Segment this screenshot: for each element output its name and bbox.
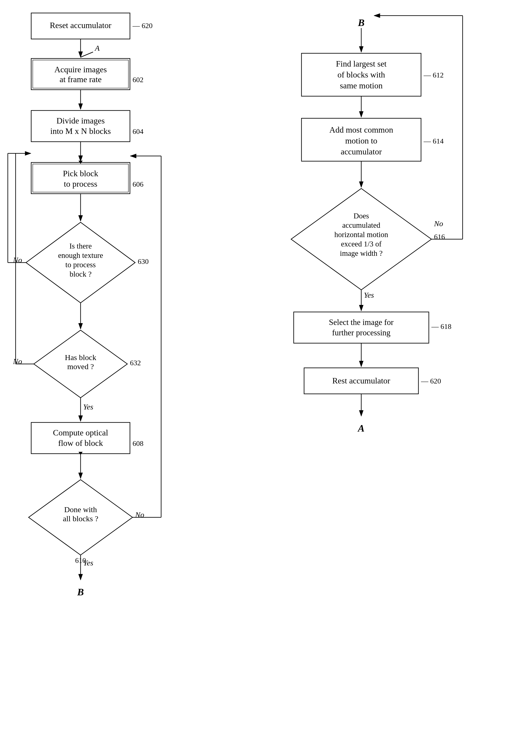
svg-rect-11 [33,164,128,192]
optical-label-2: flow of block [58,438,103,448]
reset-acc-label: Reset accumulator [50,20,112,30]
svg-rect-33 [302,118,421,161]
exceed-label-3: horizontal motion [334,230,388,239]
rest-acc-ref: — 620 [421,377,441,385]
select-image-ref: — 618 [431,322,451,331]
pick-block-ref: 606 [133,180,144,188]
exceed-label-1: Does [354,212,369,220]
svg-rect-2 [31,13,130,39]
add-common-ref: — 614 [423,137,444,145]
texture-label-2: enough texture [58,251,103,259]
divide-label-1: Divide images [56,116,105,125]
divide-ref: 604 [133,127,144,135]
moved-no-label: No [13,357,22,365]
svg-rect-31 [302,53,421,96]
find-largest-label-2: of blocks with [337,70,385,79]
svg-rect-39 [304,368,418,394]
svg-marker-13 [26,222,135,303]
moved-label-1: Has block [65,353,96,362]
acquire-ref: 602 [133,76,144,84]
exceed-label-4: exceed 1/3 of [341,240,382,248]
a-label-left-top: A [94,44,100,52]
done-yes-label: Yes [83,558,93,567]
b-label-bottom-left: B [77,586,84,597]
svg-marker-15 [34,330,127,398]
select-image-label-2: further processing [332,328,391,337]
select-image-label-1: Select the image for [329,318,394,327]
done-label-2: all blocks ? [63,514,98,523]
add-common-label-2: motion to [345,136,377,145]
acquire-label-1: Acquire images [54,65,107,74]
svg-line-4 [81,52,93,57]
rest-acc-label: Rest accumulator [332,376,390,385]
svg-rect-37 [294,312,429,343]
svg-rect-8 [31,111,130,142]
optical-label-1: Compute optical [53,428,108,437]
pick-block-label-1: Pick block [63,169,98,178]
texture-label-4: block ? [70,270,92,278]
done-label-1: Done with [64,505,97,514]
texture-label-1: Is there [69,242,92,250]
exceed-label-2: accumulated [342,221,381,229]
exceed-no-label: No [434,219,443,228]
svg-marker-35 [291,188,431,290]
svg-marker-19 [29,480,133,555]
exceed-ref: 616 [434,233,445,241]
reset-acc-ref-left: — 620 [132,22,152,30]
exceed-yes-label: Yes [364,291,374,299]
acquire-label-2: at frame rate [60,75,102,84]
texture-label-3: to process [66,260,96,269]
moved-ref: 632 [130,359,141,367]
pick-block-label-2: to process [64,179,97,188]
done-ref: 610 [75,556,86,564]
svg-rect-5 [31,59,130,90]
find-largest-label-1: Find largest set [336,59,387,68]
moved-yes-label: Yes [83,402,93,411]
find-largest-ref: — 612 [423,71,444,79]
svg-rect-10 [31,162,130,194]
b-label-top-right: B [358,17,364,28]
add-common-label-1: Add most common [329,125,393,134]
texture-ref: 630 [138,257,149,265]
exceed-label-5: image width ? [340,249,383,257]
optical-ref: 608 [133,439,144,447]
flowchart: Reset accumulator — 620 A Acquire images… [0,0,532,756]
add-common-label-3: accumulator [341,147,382,156]
divide-label-2: into M x N blocks [50,126,111,136]
svg-rect-17 [31,422,130,454]
svg-rect-6 [33,60,128,88]
done-no-label: No [135,510,144,519]
a-label-right-bottom: A [357,423,364,434]
find-largest-label-3: same motion [340,81,383,90]
svg-marker-46 [78,452,83,455]
svg-marker-45 [78,161,83,164]
texture-no-label: No [13,256,22,264]
moved-label-2: moved ? [67,362,94,371]
